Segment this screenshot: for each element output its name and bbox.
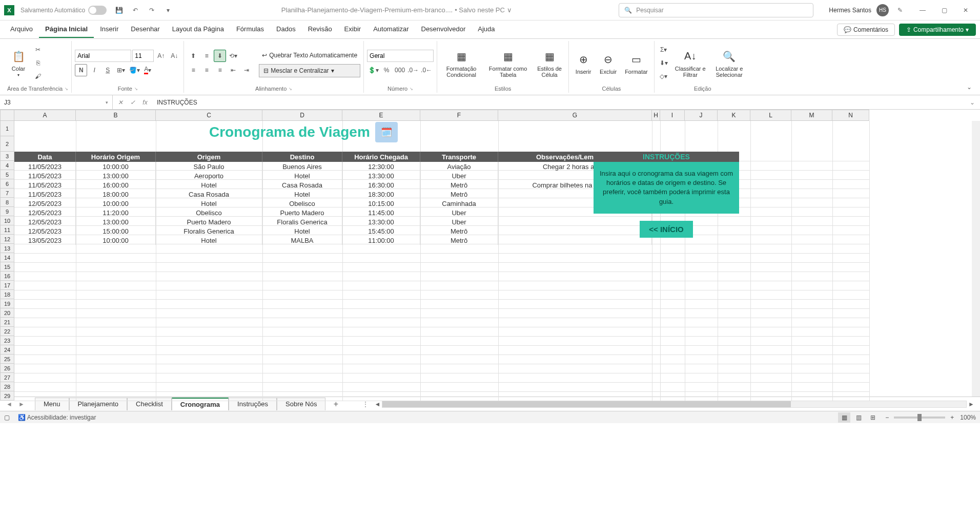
row-header-27[interactable]: 27	[0, 373, 14, 382]
table-cell[interactable]: 13:00:00	[76, 217, 156, 226]
col-header-H[interactable]: H	[652, 110, 660, 121]
paste-button[interactable]: 📋 Colar ▾	[7, 47, 30, 78]
formula-input[interactable]: INSTRUÇÕES	[153, 99, 968, 106]
table-header-cell[interactable]: Horário Chegada	[342, 152, 420, 162]
normal-view-icon[interactable]: ▦	[838, 412, 850, 423]
table-cell[interactable]: 12/05/2023	[14, 217, 76, 226]
increase-indent-icon[interactable]: ⇥	[240, 64, 253, 76]
sort-filter-button[interactable]: A↓Classificar e Filtrar	[672, 47, 709, 79]
col-header-C[interactable]: C	[156, 110, 262, 121]
ribbon-tab-arquivo[interactable]: Arquivo	[4, 21, 39, 38]
table-cell[interactable]: Caminhada	[420, 199, 498, 208]
select-all-corner[interactable]	[0, 110, 14, 121]
row-header-23[interactable]: 23	[0, 336, 14, 345]
table-cell[interactable]: Buenos Aires	[262, 162, 342, 171]
table-header-cell[interactable]: Data	[14, 152, 76, 162]
table-cell[interactable]: 11/05/2023	[14, 162, 76, 171]
table-row[interactable]: 12/05/202315:00:00Floralis GenericaHotel…	[14, 226, 652, 236]
table-cell[interactable]: 15:45:00	[342, 226, 420, 236]
table-header-cell[interactable]: Horário Origem	[76, 152, 156, 162]
zoom-in-icon[interactable]: +	[950, 414, 954, 421]
row-header-19[interactable]: 19	[0, 299, 14, 308]
col-header-J[interactable]: J	[685, 110, 718, 121]
table-row[interactable]: 12/05/202310:00:00HotelObelisco10:15:00C…	[14, 199, 652, 208]
undo-icon[interactable]: ↶	[129, 4, 141, 16]
table-row[interactable]: 11/05/202313:00:00AeroportoHotel13:30:00…	[14, 171, 652, 180]
table-cell[interactable]: Hotel	[156, 236, 262, 245]
expand-formula-icon[interactable]: ⌄	[968, 99, 980, 106]
bold-button[interactable]: N	[75, 64, 87, 76]
search-input[interactable]: 🔍 Pesquisar	[619, 3, 813, 17]
copy-icon[interactable]: ⎘	[32, 57, 44, 69]
table-cell[interactable]: Hotel	[156, 199, 262, 208]
orientation-icon[interactable]: ⟲▾	[227, 50, 239, 62]
page-layout-view-icon[interactable]: ▥	[852, 412, 865, 423]
table-cell[interactable]: 10:00:00	[76, 162, 156, 171]
fill-icon[interactable]: ⬇▾	[658, 57, 670, 69]
table-cell[interactable]: Metrô	[420, 236, 498, 245]
autosum-icon[interactable]: Σ▾	[658, 44, 670, 56]
clear-icon[interactable]: ◇▾	[658, 70, 670, 82]
table-cell[interactable]: Casa Rosada	[262, 180, 342, 190]
delete-button[interactable]: ⊖Excluir	[597, 50, 620, 76]
table-row[interactable]: 11/05/202318:00:00Casa RosadaHotel18:30:…	[14, 190, 652, 199]
table-cell[interactable]: Obelisco	[262, 199, 342, 208]
table-cell[interactable]: Obelisco	[156, 208, 262, 217]
row-header-18[interactable]: 18	[0, 290, 14, 299]
scroll-right-icon[interactable]: ►	[967, 400, 976, 408]
enter-formula-icon[interactable]: ✓	[127, 97, 138, 108]
table-cell[interactable]: Aviação	[420, 162, 498, 171]
row-header-26[interactable]: 26	[0, 364, 14, 373]
row-header-14[interactable]: 14	[0, 253, 14, 262]
minimize-icon[interactable]: —	[912, 3, 933, 18]
col-header-M[interactable]: M	[791, 110, 832, 121]
hscroll-thumb[interactable]	[382, 401, 791, 407]
table-header-cell[interactable]: Transporte	[420, 152, 498, 162]
ribbon-tab-revisão[interactable]: Revisão	[302, 21, 338, 38]
qat-dropdown-icon[interactable]: ▾	[162, 4, 174, 16]
find-select-button[interactable]: 🔍Localizar e Selecionar	[711, 47, 748, 79]
row-header-20[interactable]: 20	[0, 308, 14, 318]
toggle-switch[interactable]	[88, 6, 107, 15]
table-cell[interactable]: Puerto Madero	[156, 217, 262, 226]
row-header-16[interactable]: 16	[0, 272, 14, 281]
row-header-8[interactable]: 8	[0, 198, 14, 207]
maximize-icon[interactable]: ▢	[934, 3, 954, 18]
table-cell[interactable]: 11:20:00	[76, 208, 156, 217]
ribbon-tab-layout-da-página[interactable]: Layout da Página	[166, 21, 230, 38]
zoom-slider[interactable]	[894, 416, 945, 419]
decrease-font-icon[interactable]: A↓	[168, 50, 180, 62]
table-cell[interactable]: 16:30:00	[342, 180, 420, 190]
table-cell[interactable]: Uber	[420, 171, 498, 180]
row-header-6[interactable]: 6	[0, 179, 14, 189]
table-cell[interactable]: 11/05/2023	[14, 171, 76, 180]
row-header-5[interactable]: 5	[0, 170, 14, 179]
col-header-G[interactable]: G	[498, 110, 652, 121]
table-cell[interactable]: 12/05/2023	[14, 199, 76, 208]
zoom-out-icon[interactable]: −	[885, 414, 889, 421]
ribbon-tab-página-inicial[interactable]: Página Inicial	[39, 21, 94, 38]
inicio-button[interactable]: << INÍCIO	[640, 221, 693, 238]
row-header-17[interactable]: 17	[0, 281, 14, 290]
row-header-21[interactable]: 21	[0, 318, 14, 327]
dialog-launcher-icon[interactable]: ↘	[65, 87, 68, 91]
align-center-icon[interactable]: ≡	[200, 64, 213, 76]
row-header-22[interactable]: 22	[0, 327, 14, 336]
table-row[interactable]: 11/05/202310:00:00São PauloBuenos Aires1…	[14, 162, 652, 171]
chevron-down-icon[interactable]: ▾	[106, 100, 108, 105]
record-macro-icon[interactable]: ▢	[4, 414, 10, 421]
page-break-view-icon[interactable]: ⊞	[867, 412, 879, 423]
table-cell[interactable]: 18:00:00	[76, 190, 156, 199]
col-header-L[interactable]: L	[750, 110, 791, 121]
accounting-icon[interactable]: 💲▾	[367, 64, 379, 76]
table-cell[interactable]: 12/05/2023	[14, 226, 76, 236]
ribbon-tab-inserir[interactable]: Inserir	[94, 21, 125, 38]
italic-button[interactable]: I	[88, 64, 100, 76]
spreadsheet-grid[interactable]: ABCDEFGHIJKLMN 1234567891011121314151617…	[0, 110, 980, 397]
share-button[interactable]: ⇪ Compartilhamento ▾	[899, 24, 976, 36]
border-icon[interactable]: ⊞▾	[115, 64, 127, 76]
font-size-input[interactable]	[132, 50, 154, 62]
align-top-icon[interactable]: ⬆	[187, 50, 199, 62]
coming-soon-icon[interactable]: ✎	[894, 4, 906, 16]
format-button[interactable]: ▭Formatar	[622, 50, 651, 76]
